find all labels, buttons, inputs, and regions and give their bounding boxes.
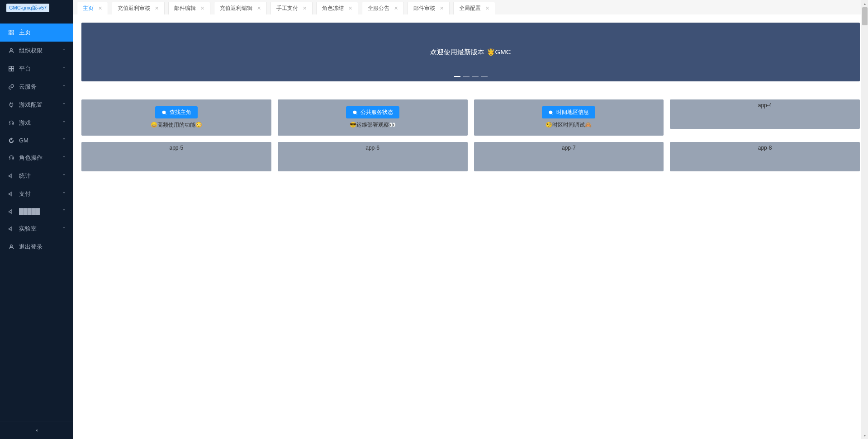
- card-1: 查找主角😄高频使用的功能😳: [81, 99, 271, 136]
- chevron-down-icon: ˅: [63, 156, 65, 160]
- tab-label: 手工支付: [276, 5, 298, 12]
- sidebar-item-11[interactable]: 实验室˅: [0, 220, 73, 238]
- sidebar-item-1[interactable]: 组织权限˅: [0, 42, 73, 60]
- sidebar-item-12[interactable]: 退出登录: [0, 238, 73, 256]
- card-label: app-4: [758, 102, 772, 109]
- scroll-down-icon[interactable]: ▾: [861, 432, 868, 439]
- sidebar-item-7[interactable]: 角色操作˅: [0, 149, 73, 167]
- close-icon[interactable]: ✕: [440, 5, 444, 11]
- chevron-down-icon: ˅: [63, 121, 65, 126]
- chevron-down-icon: ˅: [63, 227, 65, 231]
- sidebar-item-8[interactable]: 统计˅: [0, 167, 73, 185]
- logo-area: GMC-gmq版-v57: [0, 0, 73, 18]
- refresh-icon: [8, 137, 14, 144]
- tab-2[interactable]: 邮件编辑✕: [168, 2, 210, 14]
- card-label: app-8: [758, 145, 772, 151]
- tab-0[interactable]: 主页✕: [77, 2, 108, 14]
- sidebar-item-label: 角色操作: [19, 154, 63, 162]
- card-2: 公共服务状态😎运维部署观察👀: [278, 99, 468, 136]
- close-icon[interactable]: ✕: [98, 5, 102, 11]
- banner-dot-2[interactable]: [463, 76, 470, 77]
- search-icon: [352, 110, 358, 115]
- tab-7[interactable]: 邮件审核✕: [408, 2, 450, 14]
- sidebar-item-10[interactable]: █████˅: [0, 203, 73, 220]
- sidebar-collapse-button[interactable]: [0, 421, 73, 439]
- search-icon: [548, 110, 554, 115]
- tab-8[interactable]: 全局配置✕: [453, 2, 495, 14]
- close-icon[interactable]: ✕: [257, 5, 261, 11]
- sidebar-item-label: 游戏配置: [19, 101, 63, 109]
- close-icon[interactable]: ✕: [303, 5, 307, 11]
- card-button-1[interactable]: 查找主角: [155, 106, 198, 118]
- card-button-label: 时间地区信息: [556, 109, 589, 116]
- banner-indicators: [454, 76, 488, 77]
- tab-4[interactable]: 手工支付✕: [270, 2, 313, 14]
- speaker-icon: [8, 173, 14, 179]
- svg-point-9: [10, 245, 13, 247]
- close-icon[interactable]: ✕: [485, 5, 489, 11]
- scroll-up-icon[interactable]: ▴: [861, 0, 868, 7]
- banner-dot-3[interactable]: [472, 76, 479, 77]
- sidebar-item-label: 游戏: [19, 119, 63, 127]
- card-label: app-6: [365, 145, 379, 151]
- svg-rect-8: [12, 69, 14, 71]
- sidebar: GMC-gmq版-v57 主页组织权限˅平台˅云服务˅游戏配置˅游戏˅GM˅角色…: [0, 0, 73, 439]
- scrollbar-thumb[interactable]: [862, 7, 868, 25]
- svg-rect-7: [9, 69, 11, 71]
- speaker-icon: [8, 226, 14, 232]
- chevron-down-icon: ˅: [63, 85, 65, 90]
- svg-point-11: [353, 111, 356, 114]
- headset-icon: [8, 155, 14, 161]
- close-icon[interactable]: ✕: [394, 5, 398, 11]
- sidebar-item-label: 实验室: [19, 225, 63, 233]
- card-button-3[interactable]: 时间地区信息: [542, 106, 595, 118]
- tab-1[interactable]: 充值返利审核✕: [112, 2, 165, 14]
- tab-label: 主页: [83, 5, 94, 12]
- chevron-down-icon: ˅: [63, 103, 65, 108]
- close-icon[interactable]: ✕: [155, 5, 159, 11]
- sidebar-item-5[interactable]: 游戏˅: [0, 114, 73, 132]
- card-button-2[interactable]: 公共服务状态: [346, 106, 399, 118]
- sidebar-menu: 主页组织权限˅平台˅云服务˅游戏配置˅游戏˅GM˅角色操作˅统计˅支付˅████…: [0, 24, 73, 421]
- sidebar-item-label: 组织权限: [19, 47, 63, 55]
- tab-6[interactable]: 全服公告✕: [362, 2, 404, 14]
- logo-badge: GMC-gmq版-v57: [6, 4, 49, 12]
- sidebar-item-6[interactable]: GM˅: [0, 132, 73, 149]
- sidebar-item-9[interactable]: 支付˅: [0, 185, 73, 203]
- svg-rect-2: [9, 33, 11, 35]
- sidebar-item-label: 云服务: [19, 83, 63, 91]
- chevron-down-icon: ˅: [63, 48, 65, 53]
- vertical-scrollbar[interactable]: ▴ ▾: [861, 0, 868, 439]
- tab-label: 充值返利编辑: [220, 5, 252, 12]
- card-label: app-7: [562, 145, 576, 151]
- tab-label: 全服公告: [368, 5, 389, 12]
- close-icon[interactable]: ✕: [348, 5, 352, 11]
- user-icon: [8, 47, 14, 54]
- sidebar-item-3[interactable]: 云服务˅: [0, 78, 73, 96]
- banner-text: 欢迎使用最新版本 🤴GMC: [430, 48, 511, 57]
- sidebar-item-2[interactable]: 平台˅: [0, 60, 73, 78]
- welcome-banner: 欢迎使用最新版本 🤴GMC: [81, 23, 860, 81]
- card-6: app-6: [278, 142, 468, 171]
- sidebar-item-label: █████: [19, 208, 63, 215]
- tab-5[interactable]: 角色冻结✕: [316, 2, 358, 14]
- close-icon[interactable]: ✕: [200, 5, 204, 11]
- card-8: app-8: [670, 142, 860, 171]
- banner-dot-4[interactable]: [481, 76, 488, 77]
- banner-dot-1[interactable]: [454, 76, 460, 77]
- sidebar-item-4[interactable]: 游戏配置˅: [0, 96, 73, 114]
- sidebar-item-0[interactable]: 主页: [0, 24, 73, 42]
- boxes-icon: [8, 66, 14, 72]
- speaker-icon: [8, 208, 14, 215]
- chevron-down-icon: ˅: [63, 174, 65, 179]
- card-grid: 查找主角😄高频使用的功能😳公共服务状态😎运维部署观察👀时间地区信息🧐时区时间调试…: [81, 99, 860, 171]
- tab-label: 全局配置: [459, 5, 481, 12]
- plug-icon: [8, 102, 14, 108]
- sidebar-item-label: GM: [19, 137, 63, 144]
- chevron-down-icon: ˅: [63, 66, 65, 71]
- tab-3[interactable]: 充值返利编辑✕: [214, 2, 267, 14]
- search-icon: [161, 110, 167, 115]
- card-desc: 😎运维部署观察👀: [350, 121, 396, 129]
- tab-label: 邮件审核: [413, 5, 435, 12]
- sidebar-item-label: 平台: [19, 65, 63, 73]
